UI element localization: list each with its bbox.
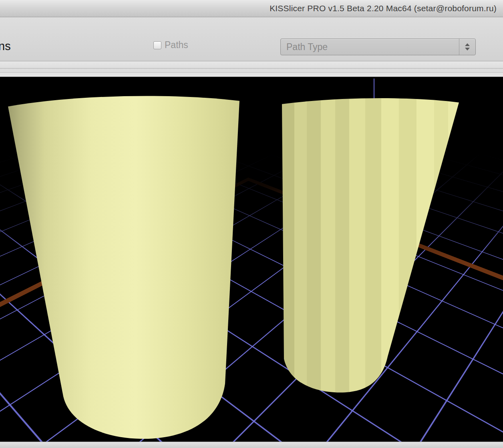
arrow-down-icon — [465, 48, 470, 50]
models-layer — [0, 77, 503, 442]
left-cone-model[interactable] — [8, 96, 239, 439]
toolbar-separator — [0, 61, 503, 77]
paths-checkbox-label: Paths — [165, 40, 188, 50]
paths-checkbox-group[interactable]: Paths — [153, 40, 188, 50]
window-title: KISSlicer PRO v1.5 Beta 2.20 Mac64 (seta… — [270, 0, 497, 17]
path-type-select-value: Path Type — [281, 42, 459, 52]
path-type-select[interactable]: Path Type — [280, 38, 476, 55]
titlebar[interactable]: KISSlicer PRO v1.5 Beta 2.20 Mac64 (seta… — [0, 0, 503, 17]
stepper-arrows-icon[interactable] — [459, 39, 475, 55]
right-cone-model[interactable] — [282, 98, 459, 393]
3d-viewport[interactable] — [0, 77, 503, 442]
toolbar: ns Paths Path Type — [0, 17, 503, 61]
paths-checkbox[interactable] — [153, 41, 161, 49]
toolbar-left-label-cropped: ns — [0, 40, 11, 53]
app-window: KISSlicer PRO v1.5 Beta 2.20 Mac64 (seta… — [0, 0, 503, 448]
bottom-strip — [0, 442, 503, 448]
arrow-up-icon — [465, 43, 470, 46]
